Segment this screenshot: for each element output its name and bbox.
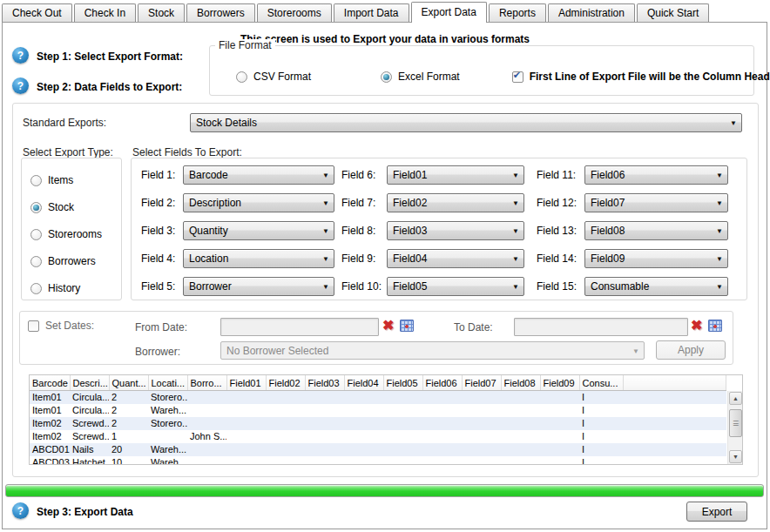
export-type-borrowers[interactable]: Borrowers <box>30 255 96 267</box>
export-type-stock[interactable]: Stock <box>30 201 74 213</box>
csv-format-option[interactable]: CSV Format <box>236 71 311 83</box>
field-9-select[interactable]: Field04▼ <box>387 249 524 268</box>
tab-check-out[interactable]: Check Out <box>2 3 72 22</box>
stock-radio[interactable] <box>30 202 42 213</box>
history-label: History <box>48 282 80 294</box>
excel-format-radio[interactable] <box>381 71 392 83</box>
scrollbar-thumb[interactable]: ☰ <box>729 409 742 437</box>
tab-borrowers[interactable]: Borrowers <box>186 3 255 22</box>
column-header[interactable]: Field05 <box>383 375 422 391</box>
column-header[interactable]: Locati... <box>148 375 187 391</box>
combo-value: Field01 <box>393 169 427 181</box>
from-date-calendar-icon[interactable] <box>400 320 414 332</box>
vertical-scrollbar[interactable]: ▲ ☰ ▼ <box>727 391 742 464</box>
column-header[interactable]: Field06 <box>422 375 462 391</box>
apply-button[interactable]: Apply <box>656 340 726 360</box>
table-cell <box>226 456 266 465</box>
tab-storerooms[interactable]: Storerooms <box>257 3 332 22</box>
set-dates-checkbox[interactable] <box>28 320 39 332</box>
borrowers-radio[interactable] <box>30 256 42 267</box>
field-1-select[interactable]: Barcode▼ <box>183 165 334 185</box>
column-header[interactable]: Borro... <box>187 375 226 391</box>
column-header[interactable]: Field08 <box>501 375 540 391</box>
table-cell <box>226 430 266 443</box>
column-header[interactable]: Barcode <box>30 375 70 391</box>
field-15-select[interactable]: Consumable▼ <box>584 277 728 296</box>
excel-format-option[interactable]: Excel Format <box>381 71 460 83</box>
table-row[interactable]: Item01Circula...2Storero...I <box>30 391 726 405</box>
history-radio[interactable] <box>30 283 42 294</box>
tab-reports[interactable]: Reports <box>489 3 546 22</box>
borrower-select[interactable]: No Borrower Selected ▼ <box>220 341 645 360</box>
field-11-select[interactable]: Field06▼ <box>584 165 728 185</box>
to-date-input[interactable] <box>514 318 688 336</box>
table-row[interactable]: Item02Screwd...2Storero...I <box>30 417 726 430</box>
column-header[interactable]: Quant... <box>109 375 148 391</box>
table-cell: Screwd... <box>70 417 109 430</box>
table-cell <box>462 404 501 417</box>
tab-import-data[interactable]: Import Data <box>334 3 409 22</box>
column-header[interactable]: Field04 <box>344 375 383 391</box>
column-header[interactable]: Consu... <box>579 375 623 391</box>
tab-administration[interactable]: Administration <box>548 3 635 22</box>
chevron-down-icon: ▼ <box>322 283 329 291</box>
column-headings-option[interactable]: First Line of Export File will be the Co… <box>512 71 770 83</box>
column-header[interactable]: Descri... <box>70 375 109 391</box>
table-row[interactable]: ABCD01Nails20Wareh...I <box>30 443 726 456</box>
table-header-row: Barcode Descri... Quant... Locati... Bor… <box>30 375 726 391</box>
scroll-up-icon[interactable]: ▲ <box>729 392 742 405</box>
field-8-select[interactable]: Field03▼ <box>387 221 524 240</box>
help-icon-step2[interactable]: ? <box>12 77 29 94</box>
tab-stock[interactable]: Stock <box>138 3 185 22</box>
field-4-select[interactable]: Location▼ <box>183 249 334 268</box>
table-cell <box>305 404 344 417</box>
clear-from-date-icon[interactable]: ✖ <box>382 319 394 333</box>
table-row[interactable]: ABCD03Hatchet10Wareh...I <box>30 456 726 465</box>
table-cell <box>344 456 383 465</box>
scroll-down-icon[interactable]: ▼ <box>729 450 742 463</box>
chevron-down-icon: ▼ <box>512 227 519 235</box>
set-dates-option[interactable]: Set Dates: <box>28 320 94 332</box>
to-date-calendar-icon[interactable] <box>708 320 722 332</box>
field-14-select[interactable]: Field09▼ <box>584 249 728 268</box>
export-type-storerooms[interactable]: Storerooms <box>30 228 102 240</box>
field-1-label: Field 1: <box>141 169 183 181</box>
column-header[interactable]: Field02 <box>266 375 305 391</box>
combo-value: Consumable <box>591 280 649 293</box>
clear-to-date-icon[interactable]: ✖ <box>691 319 702 333</box>
column-header[interactable]: Field09 <box>540 375 579 391</box>
csv-format-radio[interactable] <box>236 71 247 83</box>
field-6-select[interactable]: Field01▼ <box>387 165 524 185</box>
export-type-items[interactable]: Items <box>30 174 73 186</box>
from-date-input[interactable] <box>220 318 379 336</box>
field-3-select[interactable]: Quantity▼ <box>183 221 334 240</box>
field-12-select[interactable]: Field07▼ <box>584 193 728 212</box>
column-headings-checkbox[interactable] <box>512 71 523 83</box>
standard-exports-select[interactable]: Stock Details ▼ <box>190 113 742 132</box>
tab-export-data[interactable]: Export Data <box>411 2 487 23</box>
field-10-select[interactable]: Field05▼ <box>387 277 524 296</box>
table-row[interactable]: Item01Circula...2Wareh...I <box>30 404 726 417</box>
export-type-history[interactable]: History <box>30 282 80 294</box>
storerooms-radio[interactable] <box>30 229 42 240</box>
column-header[interactable]: Field03 <box>305 375 344 391</box>
field-2-select[interactable]: Description▼ <box>183 193 334 212</box>
field-5-select[interactable]: Borrower▼ <box>183 277 334 296</box>
column-header[interactable]: Field01 <box>226 375 266 391</box>
table-cell <box>226 443 266 456</box>
help-icon-step3[interactable]: ? <box>12 502 29 519</box>
table-cell <box>266 391 305 405</box>
tab-quick-start[interactable]: Quick Start <box>637 3 709 22</box>
help-icon-step1[interactable]: ? <box>12 47 29 64</box>
borrower-label: Borrower: <box>135 346 180 358</box>
table-cell <box>187 404 226 417</box>
export-button[interactable]: Export <box>686 502 747 522</box>
table-row[interactable]: Item02Screwd...1John S...I <box>30 430 726 443</box>
tab-check-in[interactable]: Check In <box>74 3 136 22</box>
items-radio[interactable] <box>30 175 42 186</box>
table-cell: Storero... <box>148 391 187 405</box>
field-7-select[interactable]: Field02▼ <box>387 193 524 212</box>
field-13-select[interactable]: Field08▼ <box>584 221 728 240</box>
column-header[interactable]: Field07 <box>462 375 501 391</box>
borrower-value: No Borrower Selected <box>226 345 328 357</box>
